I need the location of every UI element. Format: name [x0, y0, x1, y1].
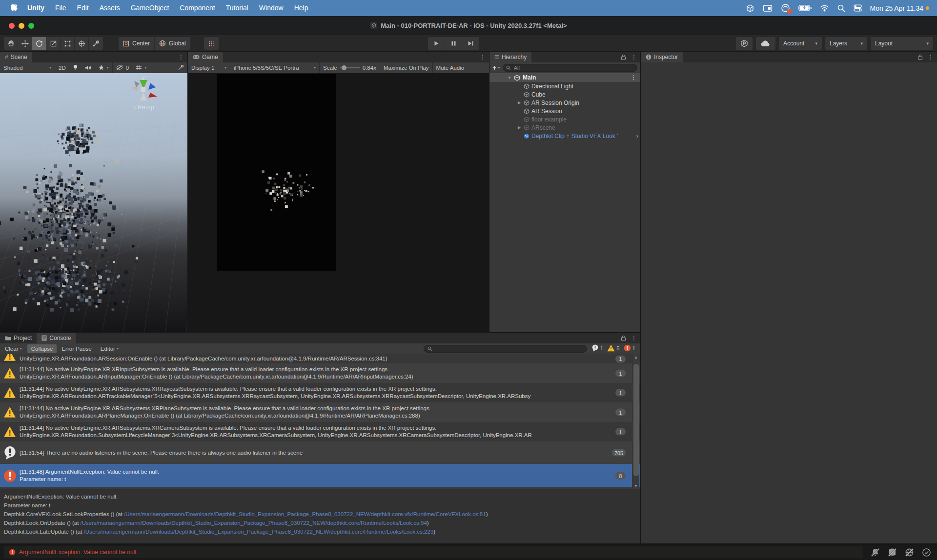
menu-help[interactable]: Help [289, 0, 314, 16]
rotate-tool-button[interactable] [32, 37, 46, 50]
transform-tool-button[interactable] [75, 37, 89, 50]
expand-arrow-icon[interactable]: ▶ [518, 100, 521, 105]
error-pause-toggle[interactable]: Error Pause [58, 344, 95, 353]
console-search-field[interactable] [424, 345, 587, 353]
console-detail-pane[interactable]: ArgumentNullException: Value cannot be n… [0, 489, 640, 543]
menu-window[interactable]: Window [254, 0, 289, 16]
tab-scene[interactable]: # Scene [0, 52, 32, 62]
pivot-toggle-button[interactable]: Center [119, 37, 155, 50]
warning-filter-toggle[interactable]: 5 [607, 344, 619, 352]
stack-trace-link[interactable]: /Users/mariaengermann/Downloads/Depthkit… [84, 529, 434, 535]
control-center-icon[interactable] [854, 4, 862, 12]
close-window-button[interactable] [9, 23, 15, 29]
stack-trace-link[interactable]: /Users/mariaengermann/Downloads/Depthkit… [124, 511, 486, 517]
play-button[interactable] [428, 37, 445, 50]
clear-button[interactable]: Clear ▾ [1, 344, 26, 353]
tab-console[interactable]: Console [37, 333, 76, 343]
cloud-services-button[interactable] [756, 37, 775, 50]
hierarchy-item-main[interactable]: ▼ Main ⋮ [489, 73, 640, 82]
console-menu-kebab-icon[interactable]: ⋮ [631, 335, 637, 341]
hierarchy-search-field[interactable] [503, 64, 637, 72]
console-row-error-selected[interactable]: [11:31:48] ArgumentNullException: Value … [0, 464, 640, 487]
scale-slider[interactable]: Scale 0.84x [320, 62, 380, 73]
lock-icon[interactable] [621, 54, 626, 60]
apple-menu[interactable] [11, 4, 18, 13]
menubar-clock[interactable]: Mon 25 Apr 11.34 [870, 4, 929, 12]
scene-audio-button[interactable] [81, 62, 95, 73]
scene-orientation-gizmo[interactable]: y z [128, 74, 159, 106]
menu-file[interactable]: File [50, 0, 72, 16]
console-search-input[interactable] [435, 345, 583, 352]
custom-tool-button[interactable] [89, 37, 103, 50]
console-row-warning[interactable]: [11:31:44] No active UnityEngine.XR.XRIn… [0, 363, 640, 383]
account-dropdown[interactable]: Account▾ [779, 37, 822, 50]
hierarchy-item-depthkit-clip[interactable]: Depthkit Clip + Studio VFX Look ' › [489, 132, 640, 140]
scale-slider-track[interactable] [340, 67, 360, 68]
scene-grid-visibility-dropdown[interactable]: ▾ [132, 62, 150, 73]
console-scrollbar[interactable]: ▲ ▼ [632, 354, 639, 489]
menu-component[interactable]: Component [174, 0, 220, 16]
display-sidecar-icon[interactable] [763, 4, 773, 12]
cache-server-offline-icon[interactable] [888, 548, 897, 557]
aspect-ratio-dropdown[interactable]: iPhone 5/5S/5C/SE Portra▾ [230, 62, 319, 73]
mute-audio-toggle[interactable]: Mute Audio [433, 62, 468, 73]
console-row-warning[interactable]: [11:31:44] No active UnityEngine.XR.ARSu… [0, 383, 640, 402]
scene-viewport[interactable]: y z ‹ Persp [0, 73, 187, 332]
zoom-window-button[interactable] [28, 23, 34, 29]
tab-inspector[interactable]: Inspector [641, 52, 683, 62]
tab-game[interactable]: Game [188, 52, 223, 62]
toggle-2d-button[interactable]: 2D [55, 62, 69, 73]
app-notification-icon[interactable] [781, 3, 790, 13]
hidden-objects-toggle[interactable]: 0 [113, 62, 132, 73]
menu-gameobject[interactable]: GameObject [125, 0, 175, 16]
collab-offline-icon[interactable] [905, 548, 914, 557]
window-titlebar[interactable]: Main - 010-PORTRAIT-DE-AR - iOS - Unity … [0, 16, 937, 35]
lock-icon[interactable] [917, 54, 923, 60]
hierarchy-menu-kebab-icon[interactable]: ⋮ [631, 54, 637, 60]
editor-dropdown[interactable]: Editor ▾ [97, 344, 122, 353]
unity-hub-status-icon[interactable] [746, 4, 754, 13]
hand-tool-button[interactable] [4, 37, 18, 50]
stack-trace-link[interactable]: /Users/mariaengermann/Downloads/Depthkit… [81, 520, 427, 526]
collapse-arrow-icon[interactable]: ▼ [508, 76, 511, 80]
hierarchy-item-arscene[interactable]: ▶ ARscene [489, 123, 640, 132]
minimize-window-button[interactable] [19, 23, 24, 29]
game-menu-kebab-icon[interactable]: ⋮ [480, 54, 486, 60]
pause-button[interactable] [445, 37, 462, 50]
console-row-warning[interactable]: UnityEngine.XR.ARFoundation.ARSession:On… [0, 354, 640, 363]
menu-assets[interactable]: Assets [94, 0, 125, 16]
scene-menu-kebab-icon[interactable]: ⋮ [178, 54, 184, 60]
scene-options-kebab-icon[interactable]: ⋮ [631, 74, 636, 81]
notifications-muted-icon[interactable] [871, 548, 880, 557]
game-viewport[interactable] [188, 73, 489, 332]
hierarchy-item-ar-session-origin[interactable]: ▶ AR Session Origin [489, 99, 640, 107]
layers-dropdown[interactable]: Layers▾ [825, 37, 867, 50]
draw-mode-dropdown[interactable]: Shaded▾ [0, 62, 55, 73]
move-tool-button[interactable] [18, 37, 32, 50]
status-error-message[interactable]: ArgumentNullException: Value cannot be n… [4, 546, 863, 558]
scene-lighting-button[interactable] [69, 62, 81, 73]
hierarchy-search-input[interactable] [513, 64, 634, 71]
create-object-button[interactable]: + [492, 64, 496, 72]
expand-arrow-icon[interactable]: ▶ [518, 125, 521, 130]
hierarchy-item-floor-example[interactable]: floor example [489, 115, 640, 123]
scrollbar-thumb[interactable] [633, 364, 639, 476]
grid-snapping-button[interactable] [204, 37, 219, 50]
lock-icon[interactable] [621, 335, 626, 341]
layout-dropdown[interactable]: Layout▾ [871, 37, 933, 50]
collapse-toggle[interactable]: Collapse [27, 344, 57, 353]
prefab-open-chevron-icon[interactable]: › [636, 132, 638, 140]
hierarchy-item-directional-light[interactable]: Directional Light [489, 82, 640, 90]
tab-project[interactable]: Project [0, 333, 37, 343]
menu-tutorial[interactable]: Tutorial [221, 0, 254, 16]
scene-tools-button[interactable] [174, 62, 187, 73]
orientation-toggle-button[interactable]: Global [155, 37, 190, 50]
error-filter-toggle[interactable]: 1 [624, 344, 635, 352]
scroll-down-arrow-icon[interactable]: ▼ [632, 484, 639, 488]
console-row-info[interactable]: [11:31:54] There are no audio listeners … [0, 441, 640, 464]
scene-effects-dropdown[interactable]: ▾ [95, 62, 112, 73]
hierarchy-item-ar-session[interactable]: AR Session [489, 107, 640, 115]
spotlight-search-icon[interactable] [837, 4, 845, 12]
perspective-mode-label[interactable]: ‹ Persp [134, 103, 154, 111]
tab-hierarchy[interactable]: ☰ Hierarchy [489, 52, 531, 62]
